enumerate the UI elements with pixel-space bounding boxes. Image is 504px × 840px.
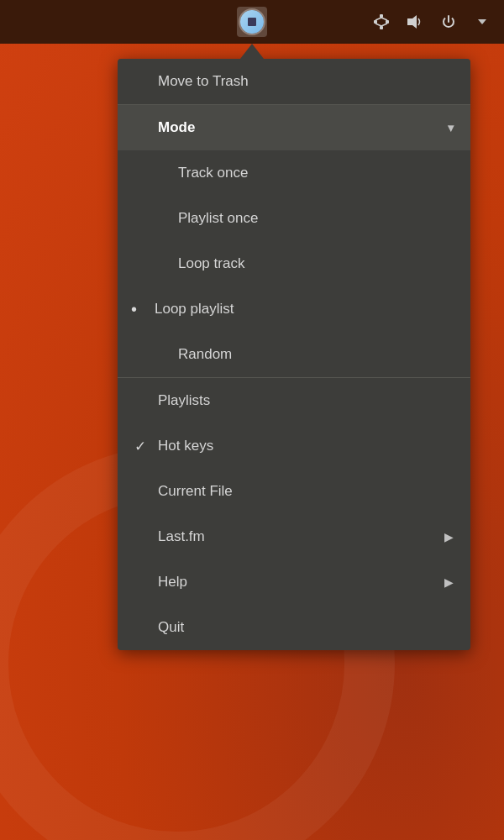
svg-rect-1 [374, 20, 377, 24]
menu-item-loop-track[interactable]: Loop track [118, 241, 470, 286]
mode-chevron-icon: ▾ [448, 121, 454, 134]
menu-item-current-file[interactable]: Current File [118, 469, 470, 514]
svg-line-4 [375, 18, 381, 20]
svg-marker-8 [407, 15, 417, 29]
last-fm-submenu-icon: ▶ [444, 530, 454, 543]
menu-item-hot-keys[interactable]: ✓ Hot keys [118, 423, 470, 469]
menu-item-playlist-once[interactable]: Playlist once [118, 196, 470, 241]
playlist-once-label: Playlist once [178, 210, 454, 227]
loop-track-label: Loop track [178, 255, 454, 272]
panel-dropdown-icon[interactable] [467, 7, 497, 37]
svg-rect-2 [386, 20, 389, 24]
menu-item-help[interactable]: Help ▶ [118, 559, 470, 605]
svg-line-7 [381, 24, 387, 26]
top-panel [0, 0, 504, 44]
menu-item-loop-playlist[interactable]: • Loop playlist [118, 286, 470, 332]
svg-rect-3 [380, 26, 383, 29]
menu-item-last-fm[interactable]: Last.fm ▶ [118, 514, 470, 559]
svg-marker-9 [478, 19, 486, 24]
help-label: Help [158, 574, 444, 591]
menu-item-move-to-trash[interactable]: Move to Trash [118, 59, 470, 104]
svg-rect-0 [380, 14, 383, 18]
hot-keys-check: ✓ [134, 438, 155, 455]
svg-line-6 [375, 24, 381, 26]
current-file-label: Current File [158, 483, 454, 500]
media-player-icon[interactable] [237, 7, 267, 37]
menu-item-mode[interactable]: Mode ▾ [118, 105, 470, 150]
power-icon[interactable] [433, 7, 464, 37]
loop-playlist-bullet: • [131, 301, 151, 318]
menu-item-track-once[interactable]: Track once [118, 150, 470, 196]
stop-icon [240, 10, 264, 34]
move-to-trash-label: Move to Trash [158, 73, 454, 90]
last-fm-label: Last.fm [158, 528, 444, 545]
playlists-label: Playlists [158, 392, 454, 409]
svg-line-5 [381, 18, 387, 20]
track-once-label: Track once [178, 165, 454, 181]
hot-keys-label: Hot keys [158, 438, 454, 454]
network-icon[interactable] [366, 7, 396, 37]
menu-item-random[interactable]: Random [118, 332, 470, 377]
dropdown-menu: Move to Trash Mode ▾ Track once Playlist… [118, 59, 470, 650]
menu-item-quit[interactable]: Quit [118, 605, 470, 650]
random-label: Random [178, 346, 454, 363]
mode-label: Mode [158, 119, 448, 136]
loop-playlist-label: Loop playlist [155, 301, 454, 318]
quit-label: Quit [158, 619, 454, 636]
help-submenu-icon: ▶ [444, 575, 454, 589]
menu-item-playlists[interactable]: Playlists [118, 378, 470, 423]
volume-icon[interactable] [400, 7, 430, 37]
menu-arrow [240, 44, 264, 59]
